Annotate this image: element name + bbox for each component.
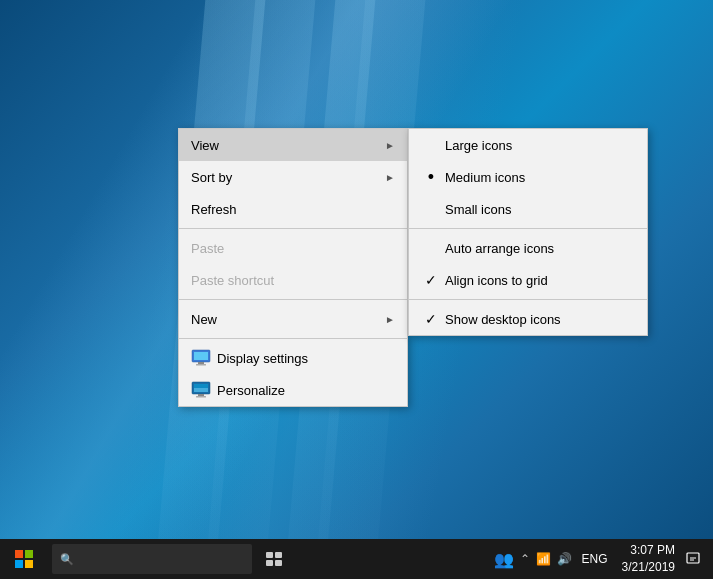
network-icon: 📶	[536, 552, 551, 566]
svg-rect-11	[15, 560, 23, 568]
sort-by-arrow-icon: ►	[385, 172, 395, 183]
submenu-item-large-icons[interactable]: Large icons	[409, 129, 647, 161]
taskbar: 🔍 👥 ⌃ 📶 🔊 ENG 3:07 PM 3/21/2019	[0, 539, 713, 579]
people-icon[interactable]: 👥	[494, 550, 514, 569]
small-icons-check	[421, 201, 441, 217]
menu-item-display-settings[interactable]: Display settings	[179, 342, 407, 374]
submenu-separator-1	[409, 228, 647, 229]
menu-item-display-settings-label: Display settings	[217, 351, 395, 366]
menu-item-new-label: New	[191, 312, 385, 327]
separator-1	[179, 228, 407, 229]
notification-center-button[interactable]	[681, 539, 705, 579]
menu-item-personalize[interactable]: Personalize	[179, 374, 407, 406]
svg-rect-14	[275, 552, 282, 558]
svg-rect-13	[266, 552, 273, 558]
show-desktop-label: Show desktop icons	[445, 312, 561, 327]
context-menu: View ► Large icons • Medium icons Small …	[178, 128, 408, 407]
menu-item-paste-label: Paste	[191, 241, 395, 256]
large-icons-label: Large icons	[445, 138, 512, 153]
system-tray: 👥 ⌃ 📶 🔊 ENG 3:07 PM 3/21/2019	[494, 539, 713, 579]
personalize-icon	[191, 380, 211, 400]
language-indicator[interactable]: ENG	[578, 552, 612, 566]
notification-icon	[686, 552, 700, 566]
start-icon	[15, 550, 33, 568]
menu-item-view-label: View	[191, 138, 385, 153]
view-arrow-icon: ►	[385, 140, 395, 151]
auto-arrange-check	[421, 240, 441, 256]
medium-icons-label: Medium icons	[445, 170, 525, 185]
task-view-button[interactable]	[256, 539, 292, 579]
svg-rect-8	[196, 396, 206, 398]
display-settings-icon	[191, 348, 211, 368]
tray-icons: ⌃ 📶 🔊	[520, 552, 572, 566]
taskbar-date: 3/21/2019	[622, 559, 675, 576]
menu-item-refresh[interactable]: Refresh	[179, 193, 407, 225]
menu-item-new[interactable]: New ►	[179, 303, 407, 335]
svg-rect-9	[15, 550, 23, 558]
chevron-up-icon[interactable]: ⌃	[520, 552, 530, 566]
svg-rect-6	[194, 388, 208, 392]
submenu-item-show-desktop[interactable]: ✓ Show desktop icons	[409, 303, 647, 335]
menu-item-view[interactable]: View ► Large icons • Medium icons Small …	[179, 129, 407, 161]
svg-rect-2	[198, 362, 204, 364]
svg-rect-7	[198, 394, 204, 396]
submenu-item-small-icons[interactable]: Small icons	[409, 193, 647, 225]
taskbar-search[interactable]: 🔍	[52, 544, 252, 574]
align-grid-label: Align icons to grid	[445, 273, 548, 288]
medium-icons-bullet: •	[421, 168, 441, 186]
svg-rect-10	[25, 550, 33, 558]
separator-2	[179, 299, 407, 300]
new-arrow-icon: ►	[385, 314, 395, 325]
search-placeholder: 🔍	[60, 553, 74, 566]
view-submenu: Large icons • Medium icons Small icons A…	[408, 128, 648, 336]
menu-item-sort-by[interactable]: Sort by ►	[179, 161, 407, 193]
large-icons-check	[421, 137, 441, 153]
svg-rect-15	[266, 560, 273, 566]
svg-rect-1	[194, 352, 208, 360]
menu-item-personalize-label: Personalize	[217, 383, 395, 398]
start-button[interactable]	[0, 539, 48, 579]
submenu-item-auto-arrange[interactable]: Auto arrange icons	[409, 232, 647, 264]
menu-item-paste-shortcut-label: Paste shortcut	[191, 273, 395, 288]
auto-arrange-label: Auto arrange icons	[445, 241, 554, 256]
svg-rect-3	[196, 364, 206, 366]
separator-3	[179, 338, 407, 339]
submenu-item-medium-icons[interactable]: • Medium icons	[409, 161, 647, 193]
menu-item-paste[interactable]: Paste	[179, 232, 407, 264]
volume-icon: 🔊	[557, 552, 572, 566]
submenu-separator-2	[409, 299, 647, 300]
small-icons-label: Small icons	[445, 202, 511, 217]
menu-item-refresh-label: Refresh	[191, 202, 395, 217]
align-grid-check: ✓	[421, 272, 441, 288]
show-desktop-check: ✓	[421, 311, 441, 327]
task-view-icon	[266, 552, 282, 566]
svg-rect-12	[25, 560, 33, 568]
taskbar-clock[interactable]: 3:07 PM 3/21/2019	[618, 542, 675, 576]
taskbar-time: 3:07 PM	[622, 542, 675, 559]
menu-item-paste-shortcut[interactable]: Paste shortcut	[179, 264, 407, 296]
submenu-item-align-grid[interactable]: ✓ Align icons to grid	[409, 264, 647, 296]
menu-item-sort-by-label: Sort by	[191, 170, 385, 185]
svg-rect-16	[275, 560, 282, 566]
